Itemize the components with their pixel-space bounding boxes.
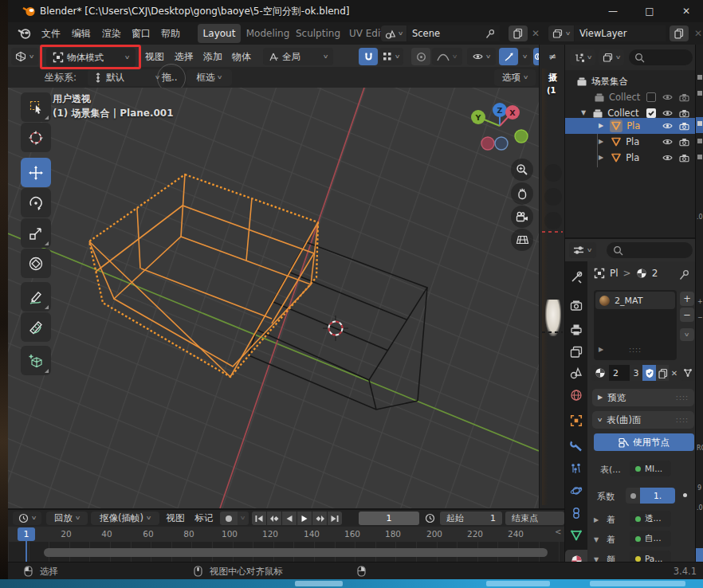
shader1-disclosure[interactable]: ▶ [594, 516, 599, 523]
tool-rotate[interactable] [21, 188, 51, 218]
tab-physics[interactable] [570, 484, 583, 497]
orientation-dropdown[interactable]: 全局 ∨ [263, 48, 333, 65]
strip-pan-button[interactable] [544, 188, 562, 206]
scene-new-button[interactable] [509, 25, 528, 41]
animate-dot[interactable] [683, 493, 687, 497]
tab-layout[interactable]: Layout [198, 24, 241, 43]
timeline-view-menu[interactable]: 视图 [163, 512, 188, 525]
slot-list-grip[interactable]: :::: [629, 346, 642, 354]
perspective-toggle-button[interactable] [511, 229, 533, 251]
disclosure-closed-icon[interactable]: ▶ [599, 123, 603, 129]
render-camera-icon[interactable] [679, 109, 689, 118]
tab-render[interactable] [570, 300, 583, 312]
exclude-checkbox-unchecked[interactable] [646, 92, 656, 102]
timeline-editor-type-button[interactable]: ∨ [13, 512, 41, 525]
render-camera-icon[interactable] [679, 122, 689, 131]
outliner-row-scene-collection[interactable]: 场景集合 [565, 73, 696, 89]
fake-user-toggle[interactable] [642, 365, 656, 381]
editor-type-button[interactable]: ∨ [11, 48, 38, 65]
tab-view-layer[interactable] [570, 346, 583, 359]
shader2-disclosure[interactable]: ▼ [594, 536, 599, 543]
options-dropdown[interactable]: 选项∨ [494, 69, 536, 86]
tab-output[interactable] [570, 323, 583, 336]
proportional-edit-button[interactable] [411, 48, 430, 65]
viewlayer-browse-button[interactable]: ∨ [548, 25, 574, 41]
exclude-checkbox-checked[interactable] [646, 108, 656, 118]
camera-strip-image[interactable]: 摄 (1 [542, 69, 563, 505]
material-name-field[interactable]: 2 [609, 365, 630, 381]
tab-constraints[interactable] [570, 507, 583, 519]
field-color-value[interactable]: Pa... [630, 551, 671, 562]
tab-scene[interactable] [570, 367, 583, 379]
timeline-marker-menu[interactable]: 标记 [191, 512, 217, 525]
menu-help[interactable]: 帮助 [153, 22, 188, 45]
panel-surface-header[interactable]: ∨ 表(曲)面 :::: [592, 411, 694, 429]
coord-system-dropdown[interactable]: 默认 ∨ [88, 69, 165, 86]
tab-object-data[interactable] [570, 529, 583, 542]
slot-remove-button[interactable]: − [680, 308, 694, 322]
snap-toggle-button[interactable] [359, 48, 378, 65]
material-copy-button[interactable] [656, 365, 669, 381]
hide-eye-icon[interactable] [662, 138, 673, 146]
tab-material-active[interactable] [565, 550, 587, 562]
material-users-count[interactable]: 3 [630, 365, 642, 381]
tool-select-box[interactable] [21, 92, 51, 122]
hide-eye-icon[interactable] [662, 93, 673, 101]
field-surface-value[interactable]: MI... [630, 461, 671, 476]
close-button[interactable]: ✕ [668, 0, 703, 22]
strip-zoom-button[interactable] [544, 164, 562, 182]
outliner-row-collection-excluded[interactable]: Collect [565, 89, 696, 105]
outliner-row-plane-active[interactable]: ▶ Pla [565, 118, 696, 134]
playhead-badge[interactable]: 1 [18, 527, 35, 541]
gizmos-toggle-button[interactable] [499, 48, 518, 65]
object-icon[interactable] [594, 268, 605, 279]
tool-measure[interactable] [21, 312, 51, 342]
disclosure-closed-icon[interactable]: ▶ [599, 139, 603, 145]
auto-keying-dropdown[interactable]: ∨ [238, 512, 249, 525]
tab-modifiers[interactable] [570, 440, 583, 453]
slot-list-expand[interactable]: ▶ [599, 346, 603, 353]
field-shader2-value[interactable]: 自... [630, 531, 671, 547]
play-button[interactable] [297, 512, 312, 525]
outliner-row-plane[interactable]: ▶ Pla [565, 134, 696, 150]
tool-transform[interactable] [21, 249, 51, 278]
breadcrumb-value[interactable]: 2 [652, 268, 658, 279]
object-menu[interactable]: 物体 [226, 48, 257, 65]
jump-to-end-button[interactable] [328, 512, 342, 525]
tab-modeling[interactable]: Modeling [244, 24, 292, 43]
hide-eye-icon[interactable] [662, 122, 673, 130]
tab-object[interactable] [570, 414, 583, 427]
panel-preview-header[interactable]: ▶ 预览 :::: [592, 389, 694, 406]
field-shader1-value[interactable]: 透... [630, 511, 671, 527]
render-camera-icon[interactable] [679, 93, 689, 102]
render-camera-icon[interactable] [679, 154, 689, 163]
disclosure-open-icon[interactable]: ▼ [581, 110, 586, 116]
zoom-button[interactable] [511, 159, 533, 181]
auto-keying-toggle[interactable] [220, 512, 238, 525]
tab-sculpting[interactable]: Sculpting [293, 24, 343, 43]
strip-camera-button[interactable] [544, 212, 562, 229]
blender-menu-logo-icon[interactable] [18, 27, 31, 40]
viewlayer-new-button[interactable] [670, 25, 689, 41]
camera-view-button[interactable] [511, 206, 533, 228]
outliner-display-mode-button[interactable]: ∨ [599, 49, 624, 65]
color-disclosure[interactable]: ▼ [594, 556, 599, 562]
tab-world[interactable] [570, 389, 583, 402]
material-slot-item[interactable]: 2_MAT [595, 292, 675, 309]
pin-icon[interactable] [678, 269, 689, 280]
box-select-dropdown[interactable]: 框选∨ [187, 69, 232, 86]
next-keyframe-button[interactable] [312, 512, 327, 525]
material-browse-button[interactable] [591, 365, 609, 381]
breadcrumb-object[interactable]: Pl [610, 268, 619, 279]
tool-scale[interactable] [21, 218, 51, 248]
scene-browse-button[interactable]: ∨ [381, 25, 406, 41]
play-reverse-button[interactable] [282, 512, 297, 525]
frame-start-field[interactable]: 起始1 [440, 512, 502, 525]
timeline-scrollbar[interactable] [44, 548, 548, 557]
outliner-search-field[interactable] [629, 49, 693, 65]
tool-move[interactable] [21, 158, 51, 187]
view-menu[interactable]: 视图 [139, 48, 170, 65]
viewlayer-name-field[interactable]: ViewLayer [575, 25, 666, 41]
hide-eye-icon[interactable] [662, 109, 673, 117]
current-frame-field[interactable]: 1 [359, 512, 419, 525]
